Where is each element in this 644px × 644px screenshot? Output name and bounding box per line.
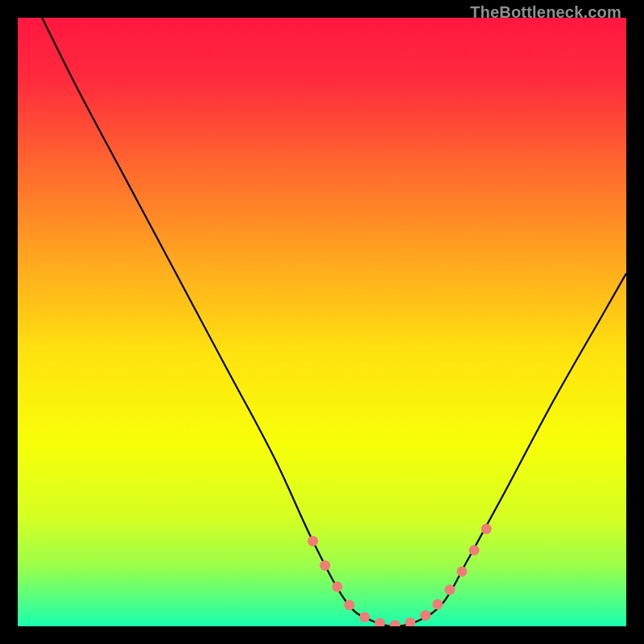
watermark-text: TheBottleneck.com [470,3,621,22]
highlight-dot [345,600,355,610]
highlight-dot [456,566,467,576]
highlight-dot [420,610,431,621]
highlight-dot [469,545,480,555]
highlight-dot [332,581,342,592]
highlight-dot [444,584,455,595]
highlight-dot [432,599,443,609]
highlight-dot [359,612,369,622]
gradient-background [18,18,626,626]
plot-frame [18,18,626,626]
highlight-dot [308,536,318,547]
bottleneck-chart [18,18,626,626]
highlight-dot [481,524,492,535]
highlight-dot [320,560,330,571]
